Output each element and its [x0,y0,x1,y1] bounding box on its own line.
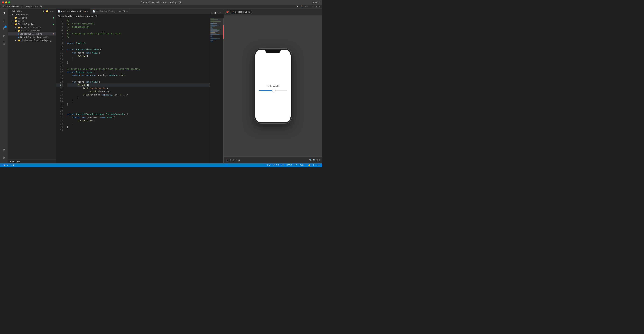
svg-marker-10 [4,35,5,37]
activity-settings[interactable] [1,154,8,161]
code-line-20: var body: some View { [67,80,210,83]
scroll-thumb[interactable] [223,25,224,39]
contentview-modified: M [53,33,54,35]
svg-point-4 [3,20,5,22]
device-selector-icon[interactable]: 📱 [300,6,303,8]
preview-area: Hello World [224,15,322,156]
phone-icon: 📱 [232,11,234,13]
editor-area: 📄 ContentView.swift M ✕ 📄 GithubCopilotA… [56,9,224,163]
more-icon[interactable]: ··· [305,6,309,8]
split-editor-icon[interactable]: ⊟ [214,12,216,14]
github-status-dot [53,24,54,25]
svg-point-8 [3,29,4,29]
close-button[interactable] [2,1,4,4]
sidebar-item-vscode[interactable]: ▸ 📁 .vscode [8,16,56,19]
editor-content: 1 2 3 4 5 6 7 8 9 10 11 12 13 14 15 16 1… [56,18,224,163]
xcodeproj-arrow: ▸ [15,40,18,41]
filter-label: Filter [313,164,320,166]
build-folder-icon: 📁 [14,20,17,22]
slider-track[interactable] [259,90,287,91]
activity-files[interactable] [1,10,8,17]
maximize-button[interactable] [8,1,10,4]
notification-icon[interactable]: 🔔 [308,164,310,166]
sidebar-item-preview-content[interactable]: ▸ 📁 Preview Content [8,29,56,32]
sidebar-item-xcodeproj[interactable]: ▸ 📁 GithubCopilot.xcodeproj [8,39,56,42]
enter-full-icon[interactable]: ⊡ [319,6,320,8]
run-scheme-icon[interactable]: ▶ [297,6,298,8]
activity-run[interactable] [1,32,8,39]
position-label: Line: 22 Col: 21 [266,164,284,166]
new-folder-icon[interactable]: 📁 [45,10,48,13]
build-arrow: ▸ [12,20,14,22]
tab-close-contentview[interactable]: ✕ [87,10,88,13]
inspector-icon[interactable]: ⚙ [238,159,240,161]
svg-rect-15 [4,43,5,44]
code-line-33: } [67,122,210,125]
svg-point-6 [3,27,4,28]
code-line-9 [67,45,210,48]
activity-bar-bottom [1,146,8,163]
code-line-26: } [67,100,210,103]
activity-account[interactable] [1,146,8,153]
code-line-18: @State private var opacity: Double = 0.5 [67,74,210,77]
tab-githubcopilotapp[interactable]: 📄 GithubCopilotApp.swift ✕ [90,9,130,14]
zoom-reset-icon[interactable]: ⊟ [318,159,320,161]
code-line-35 [67,129,210,132]
title-bar-right: ⊟ ⊞ ⤢ [313,1,320,4]
sidebar-item-githubcopilot[interactable]: ▾ 📁 GithubCopilot [8,23,56,26]
run-editor-icon[interactable]: ▶ [212,12,213,14]
sidebar-item-assets[interactable]: ▸ 📁 Assets.xcassets [8,26,56,29]
pin-icon[interactable]: 📌 [226,11,229,13]
code-line-25: } [67,96,210,100]
more-editor-icon[interactable]: ··· [217,12,222,14]
code-line-31: static var previews: some View { [67,116,210,119]
tab-contentview[interactable]: 📄 ContentView.swift M ✕ [56,9,90,14]
activity-source-control[interactable]: 61 [1,25,8,32]
sidebar-item-githubcopilotapp[interactable]: ▸ ● GithubCopilotApp.swift [8,36,56,39]
window-tile-icon[interactable]: ⊞ [316,1,317,4]
breadcrumb-part-1[interactable]: GithubCopilot [58,15,74,18]
content-view-button[interactable]: 📱 Content View [230,10,252,14]
device-icon[interactable]: 📱 [226,159,229,161]
build-label: build [18,20,56,22]
expand-icon[interactable]: ⤢ [312,6,314,8]
tab-close-githubcopilotapp[interactable]: ✕ [127,10,128,13]
code-line-27: } [67,103,210,106]
refresh-icon[interactable]: ↻ [50,10,51,13]
preview-arrow: ▸ [15,30,18,32]
outline-section[interactable]: ▸ OUTLINE [8,160,56,163]
code-line-1: // [67,19,210,22]
activity-extensions[interactable] [1,40,8,47]
breadcrumb-part-2[interactable]: ContentView.swift [76,15,97,18]
sidebar: Explorer + 📁 ↻ ⋯ ▾ GITHUBCOPILOT ▸ 📁 .vs… [8,9,56,163]
collapse-all-icon[interactable]: ⋯ [52,10,54,13]
window-control-icon[interactable]: ⊟ [313,1,314,4]
code-line-19 [67,77,210,80]
tree-root[interactable]: ▾ GITHUBCOPILOT [8,13,56,16]
source-control-badge: 61 [4,26,7,28]
sidebar-header-icons: + 📁 ↻ ⋯ [43,10,54,13]
window-enter-icon[interactable]: ⤢ [318,1,320,4]
slider-thumb[interactable] [272,89,275,92]
code-line-32: ContentView() [67,119,210,122]
code-line-3: // GithubCopilot [67,25,210,29]
iphone-notch [265,50,280,53]
svg-rect-14 [3,43,4,44]
traffic-lights [2,1,10,4]
keyboard-icon[interactable]: ⌨ [236,159,237,161]
error-icon: ⚠ 0 [10,164,14,166]
sidebar-item-build[interactable]: ▸ 📁 build [8,19,56,23]
grid-icon[interactable]: ⊞ [230,159,231,161]
breadcrumb-sep-1: › [74,15,76,18]
activity-search[interactable] [1,17,8,24]
zoom-out-icon[interactable]: 🔍 [309,159,312,161]
minimize-button[interactable] [5,1,7,4]
sidebar-item-contentview[interactable]: ▸ ● ContentView.swift M [8,32,56,36]
panel-layout-icon[interactable]: ⊟ [316,6,317,8]
zoom-fit-icon[interactable]: ⊡ [316,159,318,161]
new-file-icon[interactable]: + [43,10,44,13]
zoom-in-icon[interactable]: 🔍 [313,159,316,161]
code-editor[interactable]: // // ContentView.swift // GithubCopilot… [64,18,210,163]
title-bar: ContentView.swift — GithubCopilot ⊟ ⊞ ⤢ [0,0,322,5]
layout-icon[interactable]: ⊟ [233,159,234,161]
